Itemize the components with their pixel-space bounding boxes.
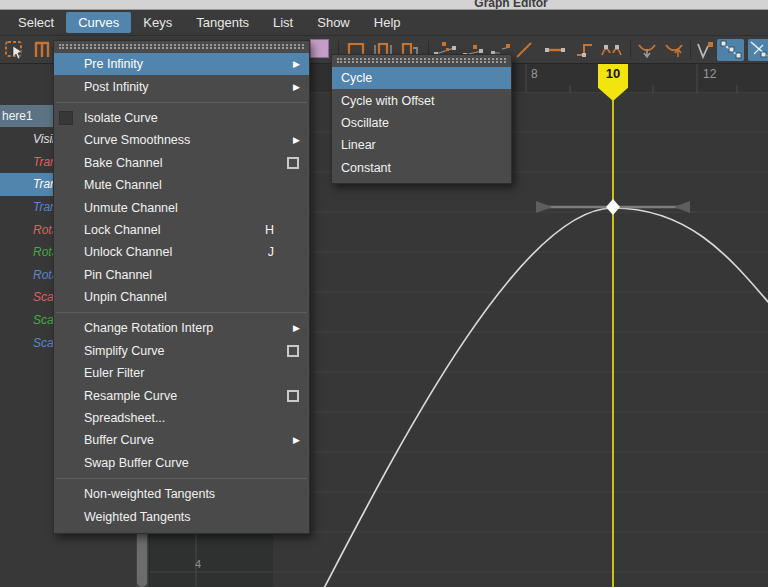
animation-curve	[322, 208, 768, 587]
menu-item-post-infinity[interactable]: Post Infinity▶	[54, 75, 309, 97]
menu-list[interactable]: List	[261, 12, 305, 33]
menu-item-lock-channel[interactable]: Lock ChannelH	[54, 219, 309, 241]
submenu-arrow-icon: ▶	[293, 323, 300, 333]
submenu-arrow-icon: ▶	[293, 435, 300, 445]
submenu-tearoff[interactable]	[337, 58, 506, 63]
menu-keys[interactable]: Keys	[131, 12, 184, 33]
object-label: here1	[2, 109, 33, 123]
submenu-arrow-icon: ▶	[293, 135, 300, 145]
menu-item-bake-channel[interactable]: Bake Channel	[54, 152, 309, 174]
menu-separator	[56, 312, 307, 313]
selected-key	[606, 199, 620, 215]
menu-item-spreadsheet[interactable]: Spreadsheet...	[54, 407, 309, 429]
plateau-tangents-icon[interactable]	[600, 39, 624, 61]
option-box[interactable]	[287, 390, 299, 402]
menu-item-unlock-channel[interactable]: Unlock ChannelJ	[54, 241, 309, 263]
lasso-select-icon[interactable]	[3, 39, 27, 61]
isolate-curve-checkbox[interactable]	[59, 111, 73, 125]
flat-tangents-icon[interactable]	[543, 39, 567, 61]
toolbar-divider	[630, 41, 631, 59]
menu-item-change-rotation-interp[interactable]: Change Rotation Interp▶	[54, 317, 309, 339]
color-swatch[interactable]	[310, 39, 329, 58]
shortcut-label: J	[268, 245, 274, 259]
break-tangents-icon[interactable]	[694, 39, 715, 61]
current-time-value: 10	[606, 66, 620, 101]
option-box[interactable]	[287, 345, 299, 357]
step-tangents-icon[interactable]	[573, 39, 597, 61]
menu-item-unmute-channel[interactable]: Unmute Channel	[54, 196, 309, 218]
out-tangent-arrow	[674, 201, 690, 213]
menu-item-mute-channel[interactable]: Mute Channel	[54, 174, 309, 196]
submenu-item-cycle[interactable]: Cycle	[332, 67, 511, 89]
menu-item-pin-channel[interactable]: Pin Channel	[54, 264, 309, 286]
graph-editor-window: Graph Editor Select Curves Keys Tangents…	[0, 0, 768, 587]
menu-item-non-weighted-tangents[interactable]: Non-weighted Tangents	[54, 483, 309, 505]
toolbar-divider	[690, 41, 691, 59]
default-in-tangent-icon[interactable]	[635, 39, 659, 61]
menu-show[interactable]: Show	[305, 12, 362, 33]
value-label-4: 4	[195, 558, 201, 570]
submenu-item-oscillate[interactable]: Oscillate	[332, 112, 511, 134]
menu-item-euler-filter[interactable]: Euler Filter	[54, 362, 309, 384]
free-tangent-weight-icon[interactable]	[748, 39, 768, 61]
menu-help[interactable]: Help	[362, 12, 413, 33]
menu-separator	[56, 102, 307, 103]
submenu-item-linear[interactable]: Linear	[332, 134, 511, 156]
submenu-arrow-icon: ▶	[293, 59, 300, 69]
submenu-item-constant[interactable]: Constant	[332, 157, 511, 179]
menubar: Select Curves Keys Tangents List Show He…	[0, 10, 768, 36]
menu-item-simplify-curve[interactable]: Simplify Curve	[54, 340, 309, 362]
submenu-item-cycle-with-offset[interactable]: Cycle with Offset	[332, 89, 511, 111]
shortcut-label: H	[265, 223, 274, 237]
window-title: Graph Editor	[474, 0, 547, 10]
menu-item-pre-infinity[interactable]: Pre Infinity▶	[54, 53, 309, 75]
linear-tangents-icon[interactable]	[514, 39, 534, 61]
unify-tangents-icon[interactable]	[717, 39, 744, 61]
in-tangent-arrow	[536, 201, 552, 213]
menu-item-swap-buffer-curve[interactable]: Swap Buffer Curve	[54, 452, 309, 474]
menu-separator	[56, 478, 307, 479]
menu-tangents[interactable]: Tangents	[184, 12, 261, 33]
region-keys-icon[interactable]	[30, 39, 54, 61]
menu-item-curve-smoothness[interactable]: Curve Smoothness▶	[54, 129, 309, 151]
pre-infinity-submenu: Cycle Cycle with Offset Oscillate Linear…	[331, 54, 512, 184]
menu-curves[interactable]: Curves	[66, 12, 131, 33]
option-box[interactable]	[287, 157, 299, 169]
menu-item-resample-curve[interactable]: Resample Curve	[54, 384, 309, 406]
default-out-tangent-icon[interactable]	[662, 39, 686, 61]
menu-item-isolate-curve[interactable]: Isolate Curve	[54, 107, 309, 129]
menu-item-weighted-tangents[interactable]: Weighted Tangents	[54, 505, 309, 527]
curves-menu: Pre Infinity▶ Post Infinity▶ Isolate Cur…	[53, 40, 310, 534]
menu-item-unpin-channel[interactable]: Unpin Channel	[54, 286, 309, 308]
menu-select[interactable]: Select	[6, 12, 66, 33]
submenu-arrow-icon: ▶	[293, 82, 300, 92]
window-titlebar[interactable]: Graph Editor	[0, 0, 768, 10]
menu-tearoff[interactable]	[59, 44, 304, 49]
menu-item-buffer-curve[interactable]: Buffer Curve▶	[54, 429, 309, 451]
